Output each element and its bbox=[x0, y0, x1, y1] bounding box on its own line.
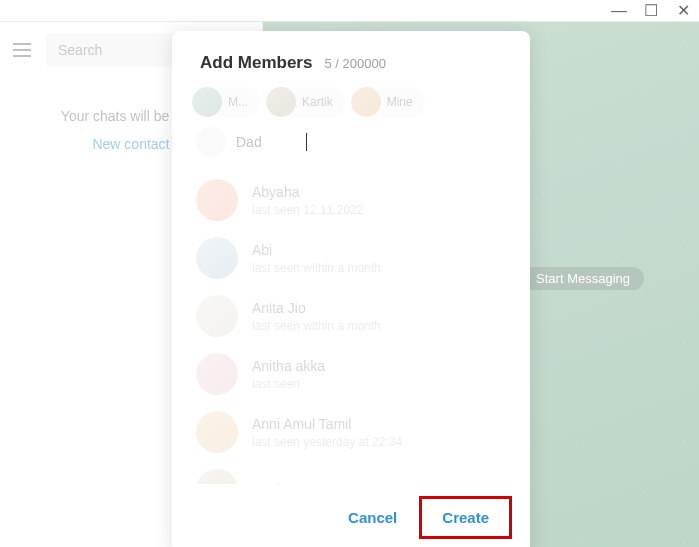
contact-list[interactable]: Abyahalast seen 12.11.2022 Abilast seen … bbox=[172, 167, 530, 484]
chip-label: Kartik bbox=[302, 95, 333, 109]
member-chip[interactable]: Kartik bbox=[266, 87, 345, 117]
contact-row[interactable]: Abilast seen within a month bbox=[172, 229, 530, 287]
cancel-button[interactable]: Cancel bbox=[330, 496, 415, 539]
chip-label: M... bbox=[228, 95, 248, 109]
member-search-input[interactable]: Dad bbox=[236, 134, 296, 150]
avatar-icon bbox=[192, 87, 222, 117]
avatar-icon bbox=[266, 87, 296, 117]
contact-row[interactable]: Anita Jiolast seen within a month bbox=[172, 287, 530, 345]
contact-name: Abyaha bbox=[252, 184, 363, 200]
selected-chips: M... Kartik Mine bbox=[172, 87, 530, 123]
window-titlebar: — ☐ ✕ bbox=[0, 0, 699, 22]
contact-row[interactable]: Anitha akkalast seen bbox=[172, 345, 530, 403]
maximize-button[interactable]: ☐ bbox=[645, 5, 657, 17]
contact-name: Anni Amul Tamil bbox=[252, 416, 402, 432]
avatar-icon bbox=[196, 411, 238, 453]
modal-title: Add Members bbox=[200, 53, 312, 73]
avatar-icon bbox=[196, 237, 238, 279]
member-chip[interactable]: Mine bbox=[351, 87, 425, 117]
member-count: 5 / 200000 bbox=[324, 56, 385, 71]
close-window-button[interactable]: ✕ bbox=[677, 5, 689, 17]
contact-name: Anita Jio bbox=[252, 300, 381, 316]
avatar-icon bbox=[196, 353, 238, 395]
member-chip[interactable]: M... bbox=[192, 87, 260, 117]
contact-status: last seen bbox=[252, 377, 325, 391]
minimize-button[interactable]: — bbox=[613, 5, 625, 17]
chip-label: Mine bbox=[387, 95, 413, 109]
avatar-icon bbox=[196, 469, 238, 484]
contact-name: Annie bbox=[252, 481, 288, 485]
avatar-icon bbox=[196, 179, 238, 221]
contact-status: last seen within a month bbox=[252, 319, 381, 333]
avatar-icon bbox=[196, 127, 226, 157]
contact-row[interactable]: Annie bbox=[172, 461, 530, 484]
highlight-box: Create bbox=[419, 496, 512, 539]
contact-status: last seen yesterday at 22:34 bbox=[252, 435, 402, 449]
text-caret bbox=[306, 133, 307, 151]
contact-row[interactable]: Abyahalast seen 12.11.2022 bbox=[172, 171, 530, 229]
avatar-icon bbox=[351, 87, 381, 117]
contact-status: last seen within a month bbox=[252, 261, 381, 275]
create-button[interactable]: Create bbox=[424, 501, 507, 534]
contact-row[interactable]: Anni Amul Tamillast seen yesterday at 22… bbox=[172, 403, 530, 461]
contact-name: Abi bbox=[252, 242, 381, 258]
contact-name: Anitha akka bbox=[252, 358, 325, 374]
avatar-icon bbox=[196, 295, 238, 337]
add-members-modal: Add Members 5 / 200000 M... Kartik Mine … bbox=[172, 31, 530, 547]
contact-status: last seen 12.11.2022 bbox=[252, 203, 363, 217]
